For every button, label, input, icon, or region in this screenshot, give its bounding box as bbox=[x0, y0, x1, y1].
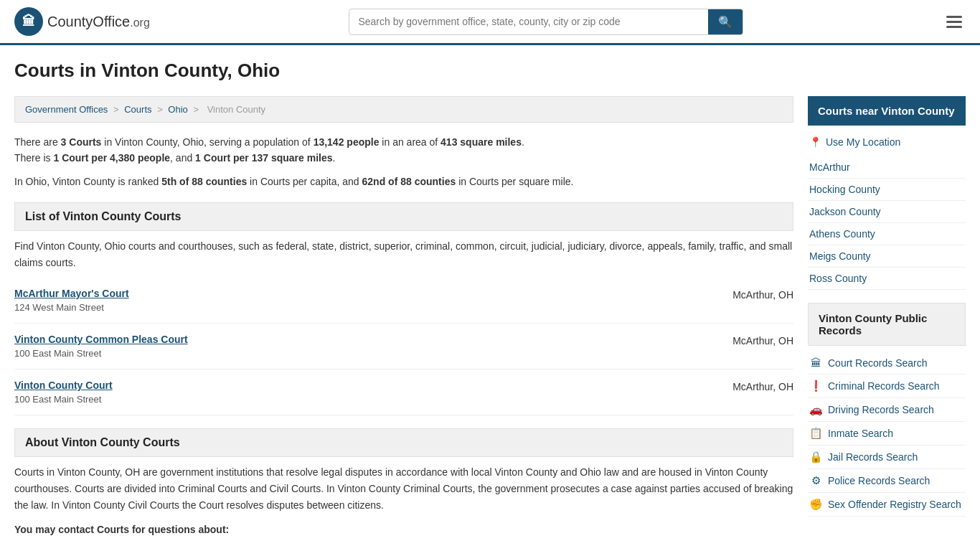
record-label-2: Driving Records Search bbox=[828, 404, 934, 415]
records-title: Vinton County Public Records bbox=[808, 303, 966, 346]
logo-area: 🏛 CountyOffice.org bbox=[14, 7, 150, 36]
court-info-0: McArthur Mayor's Court 124 West Main Str… bbox=[14, 288, 129, 313]
driving-records-icon: 🚗 bbox=[809, 403, 822, 416]
use-location-label: Use My Location bbox=[826, 136, 900, 148]
court-name-1[interactable]: Vinton County Common Pleas Court bbox=[14, 334, 188, 345]
court-city-1: McArthur, OH bbox=[732, 334, 793, 347]
court-info-2: Vinton County Court 100 East Main Street bbox=[14, 380, 113, 405]
court-name-2[interactable]: Vinton County Court bbox=[14, 380, 113, 391]
sidebar: Courts near Vinton County 📍 Use My Locat… bbox=[808, 96, 966, 535]
record-label-0: Court Records Search bbox=[828, 357, 928, 369]
stats-paragraph-1: There are 3 Courts in Vinton County, Ohi… bbox=[14, 134, 793, 166]
court-address-0: 124 West Main Street bbox=[14, 302, 129, 313]
record-label-1: Criminal Records Search bbox=[828, 380, 940, 392]
court-entry-0: McArthur Mayor's Court 124 West Main Str… bbox=[14, 278, 793, 324]
sex-offender-icon: ✊ bbox=[809, 498, 822, 511]
page-title: Courts in Vinton County, Ohio bbox=[14, 60, 966, 82]
court-city-2: McArthur, OH bbox=[732, 380, 793, 392]
breadcrumb-gov-offices[interactable]: Government Offices bbox=[25, 104, 108, 115]
record-link-2[interactable]: 🚗 Driving Records Search bbox=[808, 398, 966, 422]
nearby-link-3[interactable]: Athens County bbox=[808, 223, 966, 245]
nearby-title: Courts near Vinton County bbox=[808, 96, 966, 126]
search-button[interactable]: 🔍 bbox=[708, 9, 743, 34]
record-label-3: Inmate Search bbox=[828, 428, 893, 439]
stats-paragraph-2: In Ohio, Vinton County is ranked 5th of … bbox=[14, 174, 793, 189]
jail-records-icon: 🔒 bbox=[809, 451, 822, 463]
breadcrumb-ohio[interactable]: Ohio bbox=[168, 104, 187, 115]
record-link-6[interactable]: ✊ Sex Offender Registry Search bbox=[808, 493, 966, 517]
population: 13,142 people bbox=[314, 136, 380, 148]
criminal-records-icon: ❗ bbox=[809, 380, 822, 392]
hamburger-menu[interactable] bbox=[943, 12, 966, 32]
rank-area: 62nd of 88 counties bbox=[362, 176, 456, 187]
nearby-link-2[interactable]: Jackson County bbox=[808, 201, 966, 223]
public-records-section: Vinton County Public Records 🏛 Court Rec… bbox=[808, 303, 966, 517]
breadcrumb-courts[interactable]: Courts bbox=[124, 104, 151, 115]
record-label-4: Jail Records Search bbox=[828, 451, 918, 463]
police-records-icon: ⚙ bbox=[809, 474, 822, 487]
page-title-area: Courts in Vinton County, Ohio bbox=[0, 45, 980, 96]
per-capita: 1 Court per 4,380 people bbox=[53, 152, 170, 164]
record-link-0[interactable]: 🏛 Court Records Search bbox=[808, 352, 966, 375]
content-area: Government Offices > Courts > Ohio > Vin… bbox=[14, 96, 793, 535]
breadcrumb-vinton-county: Vinton County bbox=[207, 104, 265, 115]
court-address-2: 100 East Main Street bbox=[14, 394, 113, 405]
about-text: Courts in Vinton County, OH are governme… bbox=[14, 464, 793, 514]
use-location-link[interactable]: 📍 Use My Location bbox=[808, 131, 966, 156]
logo-suffix: .org bbox=[130, 17, 150, 29]
court-entry-2: Vinton County Court 100 East Main Street… bbox=[14, 369, 793, 415]
nearby-link-0[interactable]: McArthur bbox=[808, 156, 966, 179]
search-bar[interactable]: 🔍 bbox=[349, 9, 743, 35]
nearby-link-5[interactable]: Ross County bbox=[808, 268, 966, 290]
court-info-1: Vinton County Common Pleas Court 100 Eas… bbox=[14, 334, 188, 359]
location-icon: 📍 bbox=[809, 136, 821, 148]
rank-capita: 5th of 88 counties bbox=[161, 176, 247, 187]
record-label-5: Police Records Search bbox=[828, 475, 930, 486]
court-address-1: 100 East Main Street bbox=[14, 348, 188, 359]
record-link-3[interactable]: 📋 Inmate Search bbox=[808, 422, 966, 446]
record-link-5[interactable]: ⚙ Police Records Search bbox=[808, 469, 966, 493]
court-records-icon: 🏛 bbox=[809, 357, 822, 369]
inmate-search-icon: 📋 bbox=[809, 427, 822, 440]
contact-bold: You may contact Courts for questions abo… bbox=[14, 524, 793, 535]
nearby-link-4[interactable]: Meigs County bbox=[808, 245, 966, 268]
court-name-0[interactable]: McArthur Mayor's Court bbox=[14, 288, 129, 299]
list-section-header: List of Vinton County Courts bbox=[14, 202, 793, 231]
court-count: 3 Courts bbox=[61, 136, 102, 148]
record-link-4[interactable]: 🔒 Jail Records Search bbox=[808, 446, 966, 469]
court-city-0: McArthur, OH bbox=[732, 288, 793, 301]
main-layout: Government Offices > Courts > Ohio > Vin… bbox=[0, 96, 980, 550]
logo-icon: 🏛 bbox=[14, 7, 43, 36]
area: 413 square miles bbox=[440, 136, 522, 148]
about-section-header: About Vinton County Courts bbox=[14, 428, 793, 457]
record-link-1[interactable]: ❗ Criminal Records Search bbox=[808, 375, 966, 398]
logo-text: CountyOffice.org bbox=[47, 14, 150, 30]
search-input[interactable] bbox=[349, 10, 708, 33]
breadcrumb: Government Offices > Courts > Ohio > Vin… bbox=[14, 96, 793, 123]
logo-name: CountyOffice bbox=[47, 14, 130, 29]
court-entry-1: Vinton County Common Pleas Court 100 Eas… bbox=[14, 324, 793, 369]
per-area: 1 Court per 137 square miles bbox=[195, 152, 332, 164]
list-section-description: Find Vinton County, Ohio courts and cour… bbox=[14, 238, 793, 270]
site-header: 🏛 CountyOffice.org 🔍 bbox=[0, 0, 980, 45]
nearby-link-1[interactable]: Hocking County bbox=[808, 179, 966, 201]
record-label-6: Sex Offender Registry Search bbox=[828, 499, 961, 510]
